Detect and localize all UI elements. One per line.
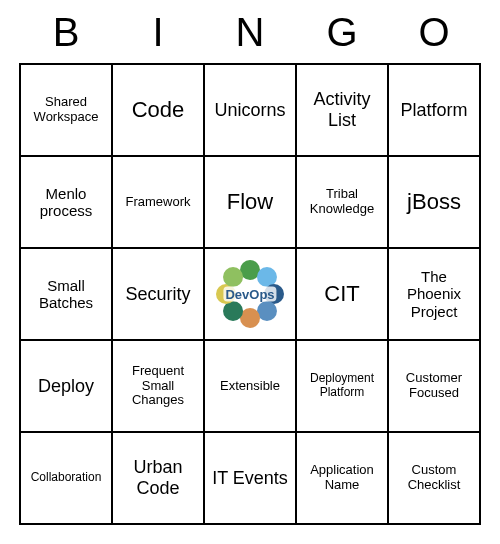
bingo-cell[interactable]: Deployment Platform <box>296 340 388 432</box>
bingo-cell[interactable]: Deploy <box>20 340 112 432</box>
bingo-cell[interactable]: Small Batches <box>20 248 112 340</box>
bingo-cell[interactable]: IT Events <box>204 432 296 524</box>
bingo-cell[interactable]: Application Name <box>296 432 388 524</box>
bingo-cell[interactable]: Urban Code <box>112 432 204 524</box>
header-letter-n: N <box>230 10 270 55</box>
header-letter-o: O <box>414 10 454 55</box>
bingo-cell[interactable]: Code <box>112 64 204 156</box>
bingo-cell[interactable]: Extensible <box>204 340 296 432</box>
bingo-cell[interactable]: Customer Focused <box>388 340 480 432</box>
bingo-cell[interactable]: Activity List <box>296 64 388 156</box>
bingo-cell[interactable]: Platform <box>388 64 480 156</box>
bingo-cell[interactable]: Framework <box>112 156 204 248</box>
bingo-cell[interactable]: Shared Workspace <box>20 64 112 156</box>
bingo-cell[interactable]: Unicorns <box>204 64 296 156</box>
bingo-cell[interactable]: Collaboration <box>20 432 112 524</box>
bingo-cell[interactable]: Security <box>112 248 204 340</box>
header-letter-g: G <box>322 10 362 55</box>
header-letter-b: B <box>46 10 86 55</box>
bingo-cell[interactable]: Custom Checklist <box>388 432 480 524</box>
bingo-cell[interactable]: The Phoenix Project <box>388 248 480 340</box>
center-label: DevOps <box>223 287 276 302</box>
bingo-cell[interactable]: Tribal Knowledge <box>296 156 388 248</box>
bingo-cell[interactable]: jBoss <box>388 156 480 248</box>
bingo-cell[interactable]: Menlo process <box>20 156 112 248</box>
bingo-cell[interactable]: Frequent Small Changes <box>112 340 204 432</box>
bingo-cell[interactable]: CIT <box>296 248 388 340</box>
header-letter-i: I <box>138 10 178 55</box>
bingo-grid: Shared WorkspaceCodeUnicornsActivity Lis… <box>19 63 481 525</box>
devops-atom-icon: DevOps <box>215 259 285 329</box>
bingo-cell[interactable]: Flow <box>204 156 296 248</box>
bingo-cell[interactable]: DevOps <box>204 248 296 340</box>
bingo-header: B I N G O <box>20 10 480 55</box>
